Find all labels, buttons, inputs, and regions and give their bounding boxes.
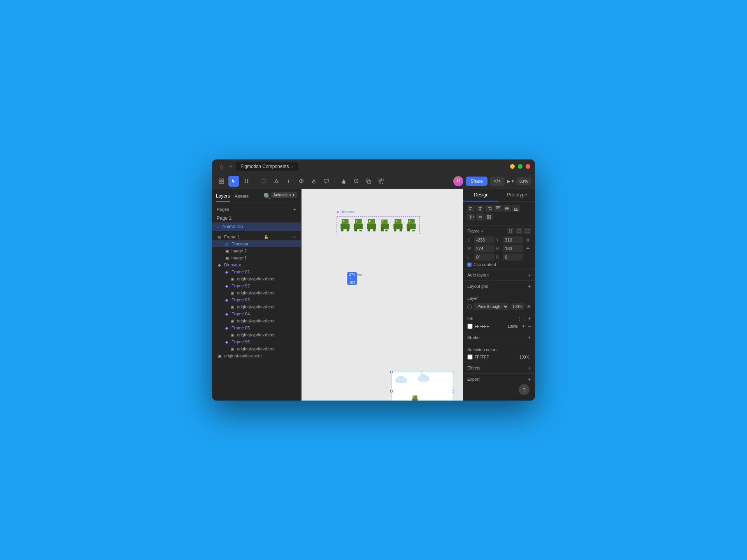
add-export-button[interactable]: + [528, 376, 531, 382]
resize-handle-tr[interactable] [452, 371, 454, 373]
constrain-proportions-button[interactable] [525, 246, 531, 251]
rotation-input[interactable] [474, 254, 494, 261]
layer-frame1[interactable]: ⊞ Frame 1 🔒 👁 [212, 233, 301, 240]
clip-content-row: ✓ Clip content [467, 262, 531, 267]
layer-sprite03[interactable]: ▣ original-sprite-sheet [212, 303, 301, 310]
fill-icon-button[interactable] [338, 176, 349, 187]
layer-image1[interactable]: ▣ image 1 [212, 254, 301, 261]
component-tool-button[interactable] [296, 176, 307, 187]
new-tab-button[interactable]: + [229, 163, 233, 170]
tab-prototype[interactable]: Prototype [499, 189, 535, 201]
clip-content-checkbox[interactable]: ✓ [467, 262, 472, 267]
export-icon-button[interactable] [375, 176, 386, 187]
close-button[interactable] [526, 164, 530, 169]
add-fill-button[interactable]: + [528, 315, 531, 322]
minimize-button[interactable] [510, 164, 515, 169]
animation-badge[interactable]: Animation ✦ [271, 192, 297, 198]
add-page-button[interactable]: + [293, 206, 296, 212]
add-auto-layout-button[interactable]: + [528, 272, 531, 278]
align-bottom-button[interactable] [512, 205, 520, 212]
hand-tool-button[interactable] [308, 176, 319, 187]
share-button[interactable]: Share [466, 177, 487, 186]
search-icon[interactable]: 🔍 [263, 192, 269, 198]
layer-sprite01[interactable]: ▣ original-sprite-sheet [212, 275, 301, 282]
layer-frame06[interactable]: ◆ Frame 06 [212, 338, 301, 345]
text-tool-button[interactable]: T [283, 176, 294, 187]
blend-mode-select[interactable]: Pass through Normal Multiply Screen Over… [474, 303, 509, 310]
frame-dropdown-button[interactable]: ▾ [481, 229, 483, 233]
resize-handle-ml[interactable] [390, 390, 393, 392]
opacity-input[interactable] [510, 303, 524, 310]
layer-sprite04[interactable]: ▣ original-sprite-sheet [212, 317, 301, 324]
h-input[interactable] [503, 245, 523, 252]
tab-figmotion[interactable]: Figmotion Components × [236, 162, 298, 171]
layer-sprite-root[interactable]: ▣ original-sprite-sheet [212, 352, 301, 359]
page-item-page1[interactable]: Page 1 [212, 214, 301, 222]
layer-sprite05[interactable]: ▣ original-sprite-sheet [212, 331, 301, 338]
mask-icon-button[interactable] [363, 176, 374, 187]
page-item-animation[interactable]: ✓ Animation [212, 222, 301, 231]
tab-close-button[interactable]: × [291, 164, 293, 169]
canvas[interactable]: ◆ Dinosaur [302, 189, 463, 401]
add-stroke-button[interactable]: + [528, 334, 531, 341]
comment-tool-button[interactable] [321, 176, 331, 187]
grid-tool-button[interactable] [216, 176, 227, 187]
layer-frame01[interactable]: ◆ Frame 01 [212, 268, 301, 275]
tidy-up-button[interactable] [485, 214, 493, 220]
layer-dinosaur-child[interactable]: ◇ Dinosaur [212, 240, 301, 247]
svg-rect-92 [489, 217, 491, 219]
add-layout-grid-button[interactable]: + [528, 283, 531, 289]
resize-handle-mr[interactable] [452, 390, 454, 392]
align-center-v-button[interactable] [476, 205, 484, 212]
frame-icon-portrait[interactable] [507, 228, 514, 234]
layer-frame02[interactable]: ◆ Frame 02 [212, 282, 301, 289]
rect-tool-button[interactable] [258, 176, 269, 187]
distribute-v-button[interactable] [476, 214, 484, 220]
add-effect-button[interactable]: + [528, 365, 531, 371]
align-left-button[interactable] [467, 205, 475, 212]
frame-icon-landscape[interactable] [516, 228, 523, 234]
tab-assets[interactable]: Assets [235, 194, 249, 201]
code-button[interactable]: </> [490, 177, 504, 186]
layer-frame05[interactable]: ◆ Frame 05 [212, 324, 301, 331]
tab-layers[interactable]: Layers [216, 193, 230, 202]
layer-dinosaur-main[interactable]: ◆ Dinosaur [212, 261, 301, 268]
maximize-button[interactable] [518, 164, 523, 169]
distribute-h-button[interactable] [467, 214, 475, 220]
align-center-h-button[interactable] [503, 205, 511, 212]
layer-sprite06[interactable]: ▣ original-sprite-sheet [212, 345, 301, 352]
link-dimensions-button[interactable] [525, 237, 531, 243]
select-tool-button[interactable] [228, 176, 239, 187]
y-input[interactable] [503, 236, 523, 243]
align-top-button[interactable] [494, 205, 502, 212]
help-button[interactable]: ? [519, 384, 530, 395]
w-input[interactable] [474, 245, 494, 252]
layer-sprite02[interactable]: ▣ original-sprite-sheet [212, 289, 301, 296]
remove-fill-button[interactable]: − [528, 323, 531, 329]
fill-color-swatch[interactable] [467, 324, 473, 329]
fill-row: FFFFFF 100% 👁 − [467, 323, 531, 329]
play-button[interactable]: ▶ ▾ [507, 178, 514, 184]
resize-handle-tl[interactable] [390, 371, 393, 373]
layer-image2[interactable]: ▣ image 2 [212, 247, 301, 254]
fill-grid-icon[interactable]: ⋮⋮ [517, 316, 526, 321]
frame1-box[interactable] [391, 372, 453, 401]
tab-design[interactable]: Design [463, 189, 499, 201]
selection-color-swatch[interactable] [467, 354, 473, 360]
pen-tool-button[interactable] [271, 176, 282, 187]
x-input[interactable] [474, 236, 494, 243]
layer-frame03[interactable]: ◆ Frame 03 [212, 296, 301, 303]
frame-icon-expand[interactable] [524, 228, 531, 234]
resize-handle-tm[interactable] [421, 371, 423, 373]
fill-visibility-button[interactable]: 👁 [521, 324, 526, 329]
eye-icon[interactable]: 👁 [293, 235, 296, 239]
frame-tool-button[interactable] [241, 176, 252, 187]
visibility-toggle[interactable]: 👁 [526, 304, 531, 310]
corner-radius-input[interactable] [503, 254, 523, 261]
align-right-button[interactable] [485, 205, 493, 212]
home-icon[interactable]: ⌂ [217, 162, 226, 171]
layer-blend-section: Layer Pass through Normal Multiply Scree… [463, 292, 535, 313]
zoom-button[interactable]: 63% [516, 177, 531, 185]
contrast-icon-button[interactable] [351, 176, 361, 187]
layer-frame04[interactable]: ◆ Frame 04 [212, 310, 301, 317]
